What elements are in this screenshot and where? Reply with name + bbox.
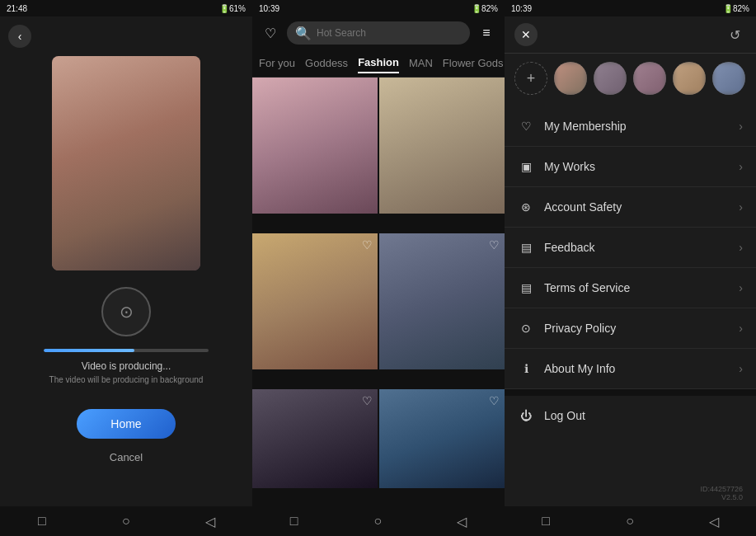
video-thumbnail [52, 56, 200, 270]
logout-label: Log Out [544, 409, 585, 422]
avatar-row: + [505, 54, 756, 103]
menu-item-label: My Membership [544, 120, 739, 133]
feed-header: ♡ 🔍 ≡ [252, 16, 505, 49]
logout-button[interactable]: ⏻ Log Out [505, 396, 756, 435]
status-time-1: 21:48 [7, 4, 126, 13]
status-icons-2: 🔋82% [378, 4, 498, 13]
avatar[interactable] [594, 62, 627, 95]
nav-back-1[interactable]: ◁ [200, 511, 220, 531]
feed-item[interactable]: ♡ [252, 233, 378, 369]
producing-text: Video is producing... [82, 360, 171, 372]
status-icons-3: 🔋82% [631, 4, 750, 13]
video-producing-panel: ‹ Video is producing... The video will b… [0, 16, 252, 506]
status-time-2: 10:39 [259, 4, 378, 13]
feed-item[interactable]: ♡ [252, 389, 378, 488]
version-number: V2.5.0 [721, 493, 743, 501]
tab-flower-gods[interactable]: Flower Gods [443, 54, 504, 73]
chevron-right-icon: › [739, 281, 743, 294]
menu-item-terms-of-service[interactable]: ▤ Terms of Service › [505, 268, 756, 308]
feed-panel: ♡ 🔍 ≡ For you Goddess Fashion MAN Flower… [252, 16, 505, 506]
feed-grid: ♡ ♡ ♡ ♡ [252, 78, 505, 506]
chevron-right-icon: › [739, 362, 743, 375]
bottom-navigation: □ ○ ◁ □ ○ ◁ □ ○ ◁ [0, 506, 756, 536]
menu-item-privacy-policy[interactable]: ⊙ Privacy Policy › [505, 308, 756, 349]
heart-icon: ♡ [489, 394, 500, 407]
tab-goddess[interactable]: Goddess [305, 54, 348, 73]
chevron-right-icon: › [739, 120, 743, 133]
progress-bar-fill [44, 349, 134, 352]
nav-back-2[interactable]: ◁ [452, 511, 472, 531]
membership-icon: ♡ [518, 118, 534, 134]
close-button[interactable]: ✕ [514, 23, 538, 46]
menu-item-label: About My Info [544, 362, 739, 375]
progress-bar-container [44, 349, 209, 352]
menu-item-account-safety[interactable]: ⊛ Account Safety › [505, 187, 756, 228]
menu-item-feedback[interactable]: ▤ Feedback › [505, 228, 756, 268]
menu-divider [505, 389, 756, 396]
add-avatar-button[interactable]: + [514, 62, 547, 95]
chevron-right-icon: › [739, 200, 743, 214]
version-info: ID:44257726 V2.5.0 [505, 480, 756, 506]
tab-for-you[interactable]: For you [259, 54, 295, 73]
producing-sub-text: The video will be producing in backgroun… [49, 375, 204, 384]
version-id: ID:44257726 [700, 485, 743, 493]
menu-header: ✕ ↺ [505, 16, 756, 54]
search-input[interactable] [317, 27, 462, 39]
feed-tabs: For you Goddess Fashion MAN Flower Gods … [252, 49, 505, 78]
feed-item[interactable] [252, 78, 378, 214]
cancel-button[interactable]: Cancel [110, 451, 143, 463]
avatar[interactable] [712, 62, 745, 95]
avatar[interactable] [673, 62, 706, 95]
heart-icon: ♡ [362, 394, 373, 407]
logout-icon: ⏻ [518, 407, 534, 424]
nav-square-1[interactable]: □ [32, 511, 52, 531]
avatar[interactable] [633, 62, 666, 95]
heart-icon: ♡ [362, 238, 373, 252]
status-icons-1: 🔋61% [126, 4, 246, 13]
nav-circle-2[interactable]: ○ [368, 511, 387, 531]
refresh-button[interactable]: ↺ [723, 23, 746, 46]
back-button[interactable]: ‹ [8, 25, 31, 48]
heart-icon[interactable]: ♡ [259, 21, 282, 45]
menu-item-label: Account Safety [544, 200, 739, 214]
chevron-right-icon: › [739, 322, 743, 335]
search-bar[interactable]: 🔍 [287, 21, 470, 45]
nav-back-3[interactable]: ◁ [704, 511, 724, 531]
menu-items-list: ♡ My Membership › ▣ My Works › ⊛ Account… [505, 103, 756, 480]
nav-square-3[interactable]: □ [536, 511, 556, 531]
tab-man[interactable]: MAN [409, 54, 433, 73]
terms-icon: ▤ [518, 280, 534, 296]
menu-item-label: Terms of Service [544, 281, 739, 294]
progress-circle [101, 287, 151, 336]
chevron-right-icon: › [739, 241, 743, 254]
feed-item[interactable]: ♡ [379, 389, 505, 488]
chevron-right-icon: › [739, 160, 743, 173]
menu-item-my-membership[interactable]: ♡ My Membership › [505, 106, 756, 147]
menu-item-label: Privacy Policy [544, 322, 739, 335]
nav-square-2[interactable]: □ [284, 511, 304, 531]
tab-fashion[interactable]: Fashion [358, 53, 399, 73]
account-safety-icon: ⊛ [518, 199, 534, 215]
menu-item-about-my-info[interactable]: ℹ About My Info › [505, 349, 756, 389]
menu-item-my-works[interactable]: ▣ My Works › [505, 147, 756, 187]
info-icon: ℹ [518, 360, 534, 377]
menu-panel: ✕ ↺ + ♡ My Membership [505, 16, 756, 506]
nav-circle-3[interactable]: ○ [620, 511, 640, 531]
avatar[interactable] [554, 62, 587, 95]
menu-item-label: Feedback [544, 241, 739, 254]
menu-icon[interactable]: ≡ [475, 21, 498, 45]
menu-item-label: My Works [544, 160, 739, 173]
works-icon: ▣ [518, 158, 534, 175]
home-button[interactable]: Home [77, 409, 176, 439]
feed-item[interactable]: ♡ [379, 233, 505, 369]
nav-circle-1[interactable]: ○ [116, 511, 136, 531]
privacy-icon: ⊙ [518, 320, 534, 336]
status-time-3: 10:39 [511, 4, 631, 13]
feed-item[interactable] [379, 78, 505, 214]
search-icon: 🔍 [295, 26, 312, 41]
feedback-icon: ▤ [518, 239, 534, 256]
heart-icon: ♡ [489, 238, 500, 252]
